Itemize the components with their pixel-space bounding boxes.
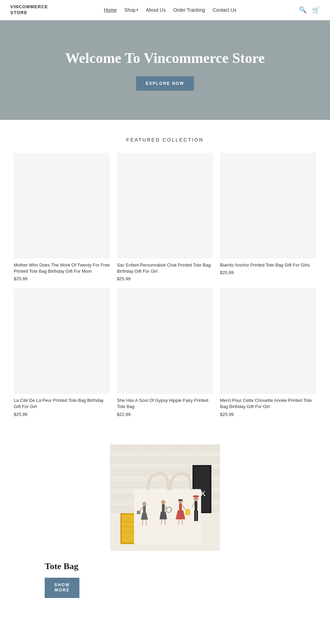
product-name: Merci Pour Cette Chouette Année Printed … (220, 397, 316, 410)
svg-rect-53 (195, 501, 197, 511)
svg-rect-44 (178, 499, 183, 501)
hero-section: Welcome To Vincommerce Store EXPLORE NOW (0, 20, 330, 120)
product-card[interactable]: Biarritz Anchor Printed Tote Bag Gift Fo… (220, 153, 316, 281)
product-price: $25.99 (14, 276, 110, 281)
search-icon[interactable]: 🔍 (299, 6, 307, 14)
product-name: Biarritz Anchor Printed Tote Bag Gift Fo… (220, 262, 316, 268)
featured-section: FEATURED COLLECTION Mother Who Does The … (0, 120, 330, 434)
nav-shop[interactable]: Shop ▾ (124, 7, 139, 13)
tote-content: Tote Bag SHOWMORE (45, 561, 285, 598)
show-more-button[interactable]: SHOWMORE (45, 578, 79, 598)
product-name: La Cité De La Peur Printed Tote Bag Birt… (14, 397, 110, 410)
product-image (220, 153, 316, 259)
cart-icon[interactable]: 🛒 (312, 6, 320, 14)
product-image (220, 288, 316, 394)
product-price: $25.99 (117, 276, 213, 281)
products-grid: Mother Who Does The Work Of Twenty For F… (14, 153, 316, 417)
svg-rect-24 (122, 515, 136, 543)
tote-section: RK (0, 434, 330, 615)
hero-title: Welcome To Vincommerce Store (65, 49, 265, 67)
nav-contact[interactable]: Contact Us (213, 7, 236, 13)
svg-rect-45 (179, 504, 182, 510)
product-name: She Has A Soul Of Gypsy Hippie Fairy Pri… (117, 397, 213, 410)
nav-home[interactable]: Home (104, 7, 117, 13)
product-name: Mother Who Does The Work Of Twenty For F… (14, 262, 110, 274)
nav-about[interactable]: About Us (146, 7, 166, 13)
product-price: $22.99 (117, 412, 213, 417)
product-card[interactable]: Mother Who Does The Work Of Twenty For F… (14, 153, 110, 281)
explore-now-button[interactable]: EXPLORE NOW (136, 76, 194, 91)
product-price: $25.99 (220, 270, 316, 275)
svg-rect-35 (137, 511, 140, 514)
tote-image: RK (110, 444, 220, 551)
product-image (117, 288, 213, 394)
main-nav: Home Shop ▾ About Us Order Tracking Cont… (104, 7, 236, 13)
product-card[interactable]: She Has A Soul Of Gypsy Hippie Fairy Pri… (117, 288, 213, 417)
svg-rect-50 (185, 509, 190, 515)
svg-point-52 (193, 495, 199, 497)
tote-image-svg: RK (110, 444, 220, 551)
svg-rect-55 (196, 511, 198, 521)
chevron-down-icon: ▾ (136, 8, 138, 12)
site-header: VINCOMMERCE STORE Home Shop ▾ About Us O… (0, 0, 330, 20)
product-image (14, 288, 110, 394)
site-logo[interactable]: VINCOMMERCE STORE (10, 4, 41, 16)
featured-section-title: FEATURED COLLECTION (14, 137, 316, 143)
header-icons: 🔍 🛒 (299, 6, 320, 14)
svg-rect-1 (110, 444, 220, 451)
svg-rect-37 (162, 504, 165, 512)
product-image (117, 153, 213, 259)
tote-section-title: Tote Bag (45, 561, 78, 572)
product-price: $25.99 (14, 412, 110, 417)
svg-point-29 (142, 502, 146, 506)
product-card[interactable]: Sac Enfant Personnalisé Chat Printed Tot… (117, 153, 213, 281)
svg-rect-3 (110, 457, 220, 463)
nav-order-tracking[interactable]: Order Tracking (173, 7, 205, 13)
svg-point-36 (161, 500, 165, 504)
product-name: Sac Enfant Personnalisé Chat Printed Tot… (117, 262, 213, 274)
svg-rect-54 (194, 511, 196, 521)
product-card[interactable]: Merci Pour Cette Chouette Année Printed … (220, 288, 316, 417)
svg-rect-30 (143, 506, 146, 513)
product-card[interactable]: La Cité De La Peur Printed Tote Bag Birt… (14, 288, 110, 417)
product-image (14, 153, 110, 259)
product-price: $25.99 (220, 412, 316, 417)
